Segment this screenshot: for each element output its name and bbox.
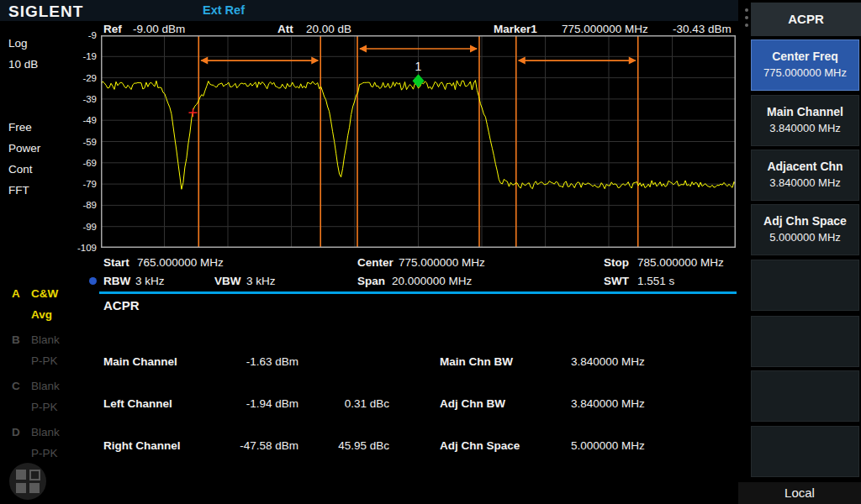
arrowhead-left-icon — [518, 57, 526, 65]
vbw-value: 3 kHz — [246, 275, 276, 287]
spectrum-plot: 1 — [101, 35, 736, 248]
softkey-empty — [751, 426, 859, 477]
softkey-empty — [751, 260, 859, 311]
result-row-label2: Adj Chn Space — [440, 439, 520, 452]
trace-a-type: C&W — [31, 287, 58, 300]
y-axis-tick: -79 — [82, 179, 97, 189]
result-row-label2: Adj Chn BW — [440, 397, 505, 410]
trace-a-id: A — [12, 287, 20, 300]
att-value: 20.00 dB — [306, 23, 351, 35]
rbw-label: RBW — [103, 275, 130, 287]
grid-icon — [16, 483, 26, 493]
scale-type-readout: Log — [8, 37, 28, 50]
mode-readout: FFT — [8, 184, 29, 197]
start-label: Start — [103, 256, 129, 269]
softkey-adj-chn-space[interactable]: Adj Chn Space 5.000000 MHz — [751, 204, 859, 255]
trace-b-detector: P-PK — [31, 354, 58, 367]
result-row-label: Left Channel — [103, 397, 172, 410]
softkey-main-channel[interactable]: Main Channel 3.840000 MHz — [751, 95, 859, 146]
softkey-value: 5.000000 MHz — [752, 231, 858, 244]
menu-title: ACPR — [751, 3, 861, 36]
ref-label: Ref — [103, 23, 122, 35]
softkey-sidebar: ACPR Center Freq 775.000000 MHz Main Cha… — [738, 0, 861, 504]
trace-d-type: Blank — [31, 426, 60, 438]
result-row-label: Right Channel — [103, 439, 181, 452]
trace-b-id: B — [12, 333, 20, 346]
swt-label: SWT — [604, 275, 629, 287]
grid-icon — [16, 470, 26, 480]
softkey-label: Center Freq — [752, 50, 858, 63]
stop-label: Stop — [604, 256, 629, 269]
trace-d-detector: P-PK — [31, 447, 58, 459]
trigger-readout: Free — [8, 121, 32, 134]
result-row-dbc: 45.95 dBc — [311, 439, 389, 452]
section-divider — [99, 291, 737, 294]
softkey-adjacent-chn[interactable]: Adjacent Chn 3.840000 MHz — [751, 150, 859, 201]
y-axis-tick: -89 — [82, 200, 97, 210]
top-bar: SIGLENT Ext Ref — [0, 0, 861, 21]
spectrum-analyzer-screen: SIGLENT Ext Ref Ref -9.00 dBm Att 20.00 … — [0, 0, 861, 504]
softkey-value: 775.000000 MHz — [752, 66, 858, 79]
att-label: Att — [277, 23, 293, 35]
marker-amplitude: -30.43 dBm — [673, 23, 732, 35]
softkey-label: Adj Chn Space — [752, 214, 858, 228]
trace-c-detector: P-PK — [31, 401, 58, 413]
softkey-value: 3.840000 MHz — [752, 122, 858, 134]
result-row-value2: 3.840000 MHz — [571, 355, 645, 368]
arrowhead-right-icon — [311, 57, 319, 65]
y-axis-labels: -9-19-29-39-49-59-69-79-89-99-109 — [72, 35, 98, 248]
result-row-label2: Main Chn BW — [440, 355, 513, 368]
arrowhead-right-icon — [470, 45, 478, 52]
center-value: 775.000000 MHz — [399, 256, 485, 269]
result-row-value2: 3.840000 MHz — [571, 397, 645, 410]
trace-b-type: Blank — [31, 333, 60, 346]
softkey-label: Main Channel — [752, 105, 858, 118]
span-label: Span — [357, 275, 385, 287]
y-axis-tick: -39 — [82, 94, 97, 104]
menu-dots-icon — [745, 8, 750, 31]
y-axis-tick: -29 — [82, 73, 97, 83]
source-readout: Power — [8, 142, 40, 155]
marker1-label: 1 — [415, 60, 422, 73]
grid-icon — [29, 483, 40, 493]
result-row-dbm: -1.94 dBm — [202, 397, 298, 410]
trace-a-detector: Avg — [31, 308, 52, 321]
rbw-bullet-icon — [89, 277, 97, 285]
swt-value: 1.551 s — [637, 275, 674, 287]
result-row-dbm: -47.58 dBm — [202, 439, 298, 452]
rbw-value: 3 kHz — [135, 275, 165, 287]
ref-value: -9.00 dBm — [133, 23, 185, 35]
local-button[interactable]: Local — [738, 482, 861, 504]
softkey-empty — [751, 370, 859, 422]
spectrum-plot-area: 1 — [101, 35, 736, 248]
grid-icon — [29, 470, 40, 480]
y-axis-tick: -99 — [82, 222, 97, 232]
scale-div-readout: 10 dB — [8, 58, 38, 71]
y-axis-tick: -109 — [77, 243, 97, 253]
stop-value: 785.000000 MHz — [637, 256, 724, 269]
span-value: 20.000000 MHz — [392, 275, 472, 287]
sweep-readout: Cont — [8, 163, 33, 176]
y-axis-tick: -69 — [82, 158, 97, 168]
arrowhead-left-icon — [359, 45, 367, 52]
ext-ref-indicator: Ext Ref — [203, 3, 245, 17]
result-row-dbm: -1.63 dBm — [202, 355, 298, 368]
trace-c-type: Blank — [31, 380, 60, 392]
arrowhead-left-icon — [200, 57, 208, 65]
marker-freq: 775.000000 MHz — [562, 23, 648, 35]
y-axis-tick: -49 — [82, 115, 97, 125]
result-row-dbc: 0.31 dBc — [311, 397, 389, 410]
softkey-center-freq[interactable]: Center Freq 775.000000 MHz — [751, 39, 859, 91]
results-title: ACPR — [103, 299, 140, 312]
softkey-label: Adjacent Chn — [752, 160, 858, 173]
center-label: Center — [357, 256, 394, 269]
y-axis-tick: -59 — [82, 137, 97, 147]
start-value: 765.000000 MHz — [137, 256, 224, 269]
home-button[interactable] — [9, 463, 46, 500]
arrowhead-right-icon — [629, 57, 637, 65]
vbw-label: VBW — [214, 275, 241, 287]
y-axis-tick: -9 — [88, 30, 97, 40]
result-row-value2: 5.000000 MHz — [571, 439, 645, 452]
trace-d-id: D — [12, 426, 20, 438]
result-row-label: Main Channel — [103, 355, 177, 368]
